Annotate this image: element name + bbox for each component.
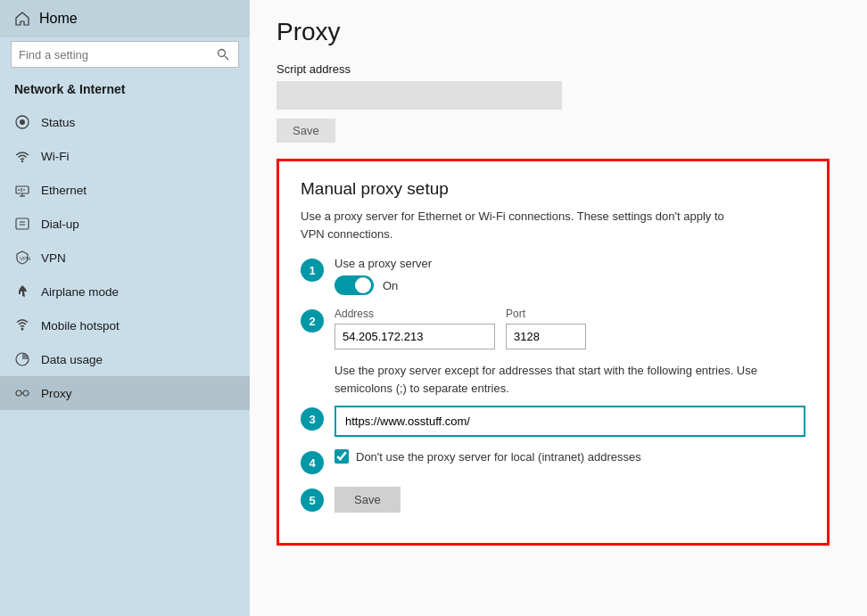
- home-icon: [14, 11, 30, 27]
- exception-input[interactable]: [334, 406, 805, 437]
- use-proxy-label: Use a proxy server: [334, 257, 805, 270]
- checkbox-label: Don't use the proxy server for local (in…: [356, 450, 641, 464]
- svg-text:VPN: VPN: [20, 256, 30, 261]
- step5-circle: 5: [301, 489, 324, 512]
- except-description: Use the proxy server except for addresse…: [334, 362, 805, 397]
- status-icon: [14, 114, 30, 130]
- search-input[interactable]: [19, 48, 210, 62]
- svg-rect-11: [16, 218, 29, 229]
- step3-circle: 3: [301, 407, 324, 431]
- svg-point-17: [16, 390, 21, 396]
- sidebar-item-label: VPN: [41, 251, 66, 265]
- search-icon: [215, 46, 231, 62]
- port-field-group: Port: [506, 308, 586, 349]
- proxy-toggle[interactable]: [334, 275, 374, 295]
- address-input[interactable]: [334, 324, 495, 349]
- manual-proxy-description: Use a proxy server for Ethernet or Wi-Fi…: [301, 208, 747, 242]
- sidebar-item-dialup[interactable]: Dial-up: [0, 207, 250, 241]
- sidebar-home-item[interactable]: Home: [0, 0, 250, 37]
- step1-content: Use a proxy server On: [334, 257, 805, 295]
- port-input[interactable]: [506, 324, 586, 349]
- sidebar-item-label: Airplane mode: [41, 285, 119, 299]
- dialup-icon: [14, 216, 30, 232]
- address-port-row: Address Port: [334, 308, 805, 349]
- step1-row: 1 Use a proxy server On: [301, 257, 805, 295]
- sidebar-item-ethernet[interactable]: Ethernet: [0, 173, 250, 207]
- script-address-field: [277, 81, 562, 110]
- sidebar-item-hotspot[interactable]: Mobile hotspot: [0, 308, 250, 342]
- step5-row: 5 Save: [301, 487, 805, 513]
- svg-line-1: [225, 56, 228, 60]
- toggle-label: On: [383, 279, 398, 292]
- script-address-label: Script address: [277, 62, 840, 76]
- sidebar: Home Network & Internet Status: [0, 0, 250, 616]
- step2-circle: 2: [301, 309, 324, 333]
- step4-row: 4 Don't use the proxy server for local (…: [301, 449, 805, 474]
- svg-rect-5: [16, 186, 29, 193]
- step3-row: 3: [301, 406, 805, 437]
- manual-proxy-box: Manual proxy setup Use a proxy server fo…: [277, 159, 830, 546]
- sidebar-item-label: Status: [41, 116, 75, 129]
- search-box[interactable]: [11, 41, 239, 68]
- step5-content: Save: [334, 487, 805, 513]
- sidebar-item-vpn[interactable]: VPN VPN: [0, 241, 250, 275]
- svg-point-0: [219, 50, 226, 57]
- bottom-save-button[interactable]: Save: [334, 487, 400, 513]
- step2-content: Address Port: [334, 308, 805, 349]
- step2-row: 2 Address Port: [301, 308, 805, 349]
- sidebar-item-label: Mobile hotspot: [41, 319, 120, 333]
- vpn-icon: VPN: [14, 250, 30, 266]
- svg-point-3: [20, 119, 25, 125]
- sidebar-item-label: Data usage: [41, 353, 103, 366]
- section-title: Network & Internet: [0, 75, 250, 105]
- home-label: Home: [39, 11, 78, 27]
- step4-circle: 4: [301, 451, 324, 474]
- sidebar-item-label: Wi-Fi: [41, 150, 69, 163]
- sidebar-item-datausage[interactable]: Data usage: [0, 342, 250, 376]
- main-content: Proxy Script address Save Manual proxy s…: [250, 0, 867, 616]
- local-addresses-checkbox[interactable]: [334, 449, 349, 464]
- address-field-group: Address: [334, 308, 495, 349]
- step3-content: [334, 406, 805, 437]
- manual-proxy-title: Manual proxy setup: [301, 179, 805, 199]
- page-title: Proxy: [277, 18, 840, 46]
- airplane-icon: [14, 283, 30, 300]
- checkbox-row: Don't use the proxy server for local (in…: [334, 449, 805, 464]
- proxy-icon: [14, 385, 30, 401]
- sidebar-item-label: Dial-up: [41, 218, 79, 231]
- address-label: Address: [334, 308, 495, 320]
- ethernet-icon: [14, 182, 30, 198]
- step4-content: Don't use the proxy server for local (in…: [334, 449, 805, 464]
- svg-point-15: [21, 328, 24, 331]
- sidebar-item-status[interactable]: Status: [0, 105, 250, 139]
- hotspot-icon: [14, 317, 30, 333]
- top-save-button[interactable]: Save: [277, 119, 335, 143]
- toggle-container: On: [334, 275, 805, 295]
- sidebar-item-label: Proxy: [41, 387, 72, 400]
- svg-point-4: [21, 160, 23, 162]
- datausage-icon: [14, 351, 30, 367]
- svg-point-18: [23, 390, 29, 396]
- sidebar-item-wifi[interactable]: Wi-Fi: [0, 139, 250, 173]
- step1-circle: 1: [301, 259, 324, 282]
- wifi-icon: [14, 148, 30, 164]
- sidebar-item-proxy[interactable]: Proxy: [0, 376, 250, 410]
- sidebar-item-airplane[interactable]: Airplane mode: [0, 275, 250, 308]
- sidebar-item-label: Ethernet: [41, 184, 87, 197]
- port-label: Port: [506, 308, 586, 320]
